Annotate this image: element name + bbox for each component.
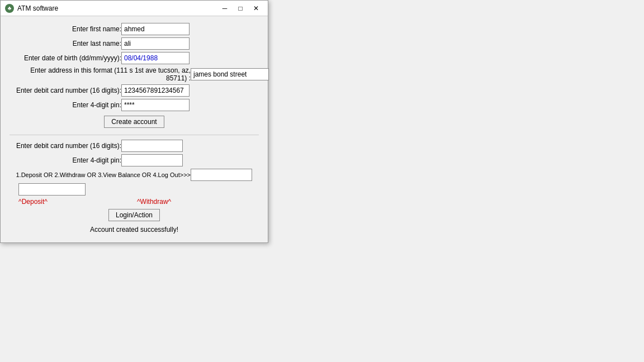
- last-name-label: Enter last name:: [10, 40, 121, 47]
- reg-pin-row: Enter 4-digit pin:: [10, 99, 259, 111]
- title-bar-left: ♣ ATM software: [5, 4, 58, 13]
- deposit-amount-input[interactable]: [18, 183, 86, 196]
- create-account-button[interactable]: Create account: [104, 116, 164, 128]
- login-pin-row: Enter 4-digit pin:: [10, 154, 259, 166]
- action-input[interactable]: [191, 169, 252, 181]
- reg-card-input[interactable]: [121, 84, 190, 97]
- login-pin-label: Enter 4-digit pin:: [10, 156, 121, 164]
- reg-pin-input[interactable]: [121, 99, 190, 111]
- last-name-input[interactable]: [121, 37, 190, 50]
- address-row: Enter address in this format (111 s 1st …: [10, 66, 259, 82]
- atm-window: ♣ ATM software ─ □ ✕ Enter first name: E…: [0, 0, 268, 243]
- title-bar: ♣ ATM software ─ □ ✕: [1, 1, 268, 16]
- status-message: Account created successfully!: [10, 226, 259, 234]
- action-row: 1.Deposit OR 2.Withdraw OR 3.View Balanc…: [10, 169, 259, 181]
- close-button[interactable]: ✕: [249, 3, 263, 14]
- app-icon: ♣: [5, 4, 14, 13]
- address-input[interactable]: [191, 68, 269, 80]
- login-pin-input[interactable]: [121, 154, 183, 166]
- minimize-button[interactable]: ─: [217, 3, 232, 14]
- section-divider: [10, 135, 259, 135]
- reg-card-row: Enter debit card number (16 digits):: [10, 84, 259, 97]
- window-content: Enter first name: Enter last name: Enter…: [1, 16, 268, 242]
- first-name-input[interactable]: [121, 23, 190, 35]
- window-title: ATM software: [17, 4, 58, 12]
- dob-input[interactable]: [121, 52, 190, 64]
- deposit-button[interactable]: ^Deposit^: [18, 198, 48, 206]
- login-card-input[interactable]: [121, 140, 183, 152]
- reg-pin-label: Enter 4-digit pin:: [10, 101, 121, 109]
- first-name-row: Enter first name:: [10, 23, 259, 35]
- title-bar-controls: ─ □ ✕: [217, 3, 263, 14]
- maximize-button[interactable]: □: [233, 3, 248, 14]
- login-section: Enter debit card number (16 digits): Ent…: [10, 140, 259, 221]
- withdraw-button[interactable]: ^Withdraw^: [137, 198, 171, 206]
- login-card-row: Enter debit card number (16 digits):: [10, 140, 259, 152]
- dob-row: Enter date of birth (dd/mm/yyyy):: [10, 52, 259, 64]
- first-name-label: Enter first name:: [10, 25, 121, 33]
- login-card-label: Enter debit card number (16 digits):: [10, 142, 121, 150]
- reg-card-label: Enter debit card number (16 digits):: [10, 87, 121, 94]
- registration-form: Enter first name: Enter last name: Enter…: [10, 23, 259, 128]
- last-name-row: Enter last name:: [10, 37, 259, 50]
- action-buttons-row: ^Deposit^ ^Withdraw^: [10, 198, 259, 206]
- dob-label: Enter date of birth (dd/mm/yyyy):: [10, 54, 121, 62]
- action-label: 1.Deposit OR 2.Withdraw OR 3.View Balanc…: [10, 172, 191, 178]
- address-label: Enter address in this format (111 s 1st …: [10, 66, 191, 82]
- deposit-amount-row: [10, 183, 259, 196]
- login-action-button[interactable]: Login/Action: [108, 209, 160, 221]
